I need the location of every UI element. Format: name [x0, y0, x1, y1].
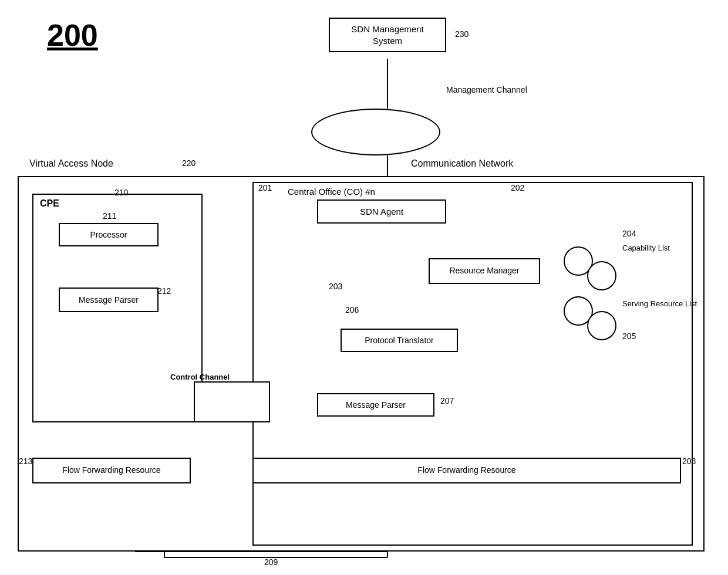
control-channel-label: Control Channel [170, 373, 230, 382]
num-209: 209 [264, 557, 278, 567]
cpe-number: 210 [114, 188, 128, 197]
protocol-translator-box: Protocol Translator [341, 329, 458, 352]
sdn-mgmt-label: SDN Management System [351, 24, 423, 46]
comm-network-label: Communication Network [411, 158, 513, 169]
sdn-agent-box: SDN Agent [317, 199, 446, 224]
ffr-cpe-box: Flow Forwarding Resource [32, 458, 191, 483]
capability-list-number: 204 [622, 229, 636, 238]
ffr-co-number: 208 [682, 456, 696, 466]
control-channel-box [194, 381, 270, 422]
figure-number: 200 [47, 18, 98, 53]
diagram-container: 200 SDN Management System 230 Management… [0, 0, 728, 575]
co-label: Central Office (CO) #n [288, 187, 375, 197]
capability-list-label: Capability List [622, 243, 670, 253]
sdn-mgmt-number: 230 [455, 29, 469, 39]
msg-parser-cpe-box: Message Parser [59, 288, 159, 312]
van-label: Virtual Access Node [29, 158, 113, 169]
capability-list-circle-2 [587, 261, 616, 290]
sdn-agent-label: SDN Agent [360, 207, 403, 217]
ffr-co-box: Flow Forwarding Resource [252, 458, 681, 483]
sdn-mgmt-box: SDN Management System [329, 18, 446, 52]
processor-label: Processor [90, 230, 127, 239]
processor-box: Processor [59, 223, 159, 246]
co-number: 202 [511, 183, 524, 192]
msg-parser-co-label: Message Parser [346, 400, 406, 410]
cpe-inner-number: 211 [103, 211, 116, 221]
protocol-translator-label: Protocol Translator [365, 336, 434, 345]
num-203: 203 [329, 282, 342, 291]
van-number: 220 [182, 158, 196, 168]
ffr-cpe-label: Flow Forwarding Resource [62, 465, 160, 475]
serving-resource-label: Serving Resource List [622, 299, 697, 309]
mgmt-channel-label: Management Channel [446, 85, 527, 94]
resource-mgr-label: Resource Manager [449, 266, 519, 275]
msg-parser-co-number: 207 [440, 396, 454, 405]
cpe-label: CPE [40, 198, 59, 209]
resource-mgr-box: Resource Manager [429, 258, 540, 284]
num-206: 206 [345, 305, 359, 314]
mgmt-oval [311, 109, 440, 155]
co-inner-number: 201 [258, 183, 272, 192]
ffr-co-label: Flow Forwarding Resource [417, 465, 515, 475]
msg-parser-co-box: Message Parser [317, 393, 434, 417]
msg-parser-cpe-label: Message Parser [79, 295, 139, 305]
ffr-cpe-number: 213 [19, 456, 32, 466]
msg-parser-cpe-number: 212 [157, 286, 171, 296]
serving-resource-number: 205 [622, 332, 636, 341]
serving-resource-circle-2 [587, 311, 616, 340]
